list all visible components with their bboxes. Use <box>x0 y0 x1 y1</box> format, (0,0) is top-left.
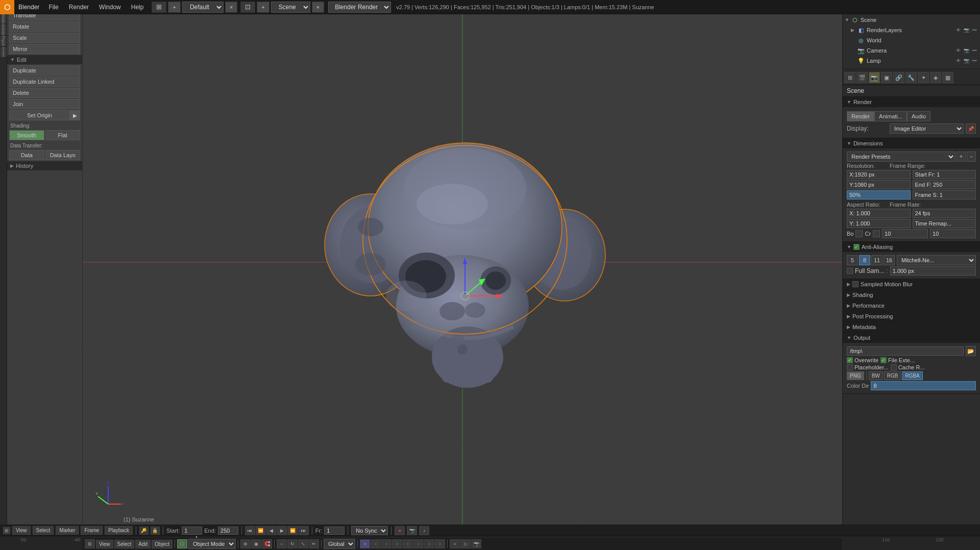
tl-play[interactable]: ▶ <box>277 526 287 535</box>
vb-translate-icon[interactable]: ↔ <box>277 539 287 548</box>
metadata-section-header[interactable]: ▶ Metadata <box>843 322 980 332</box>
aspect-y-value[interactable]: Y: 1.000 <box>847 219 911 228</box>
menu-help[interactable]: Help <box>126 0 149 14</box>
camera-eye[interactable]: 👁 <box>954 47 962 54</box>
timeline-layout-icon[interactable]: ⊞ <box>3 527 10 534</box>
cache-r-cb[interactable] <box>891 364 897 370</box>
cr-cb[interactable] <box>873 230 880 237</box>
vb-add[interactable]: Add <box>135 540 151 548</box>
vb-object[interactable]: Object <box>152 540 173 548</box>
timeline-frame[interactable]: Frame <box>81 526 103 535</box>
renderlayer-dots[interactable]: ••• <box>971 27 978 34</box>
anti-aliasing-header[interactable]: ▼ ✓ Anti-Aliasing <box>843 242 980 252</box>
time-remap-value[interactable]: Time Remap... <box>913 219 976 228</box>
dimensions-section-header[interactable]: ▼ Dimensions <box>843 138 980 148</box>
set-origin-button[interactable]: Set Origin <box>9 110 70 120</box>
workspace-selector[interactable]: Default <box>182 2 224 13</box>
prop-icon-texture[interactable]: ▦ <box>942 72 953 83</box>
tl-prev-frame[interactable]: ⏪ <box>256 526 266 535</box>
vb-play-icons[interactable]: ▷ <box>460 539 471 548</box>
sampled-motion-blur-header[interactable]: ▶ Sampled Motion Blur <box>843 279 980 289</box>
rotate-button[interactable]: Rotate <box>9 21 80 32</box>
prop-icon-particles[interactable]: ✦ <box>918 72 929 83</box>
placeholder-cb[interactable] <box>847 364 853 370</box>
scene-add-btn[interactable]: + <box>257 2 269 13</box>
tree-item-renderlayers[interactable]: ▶ ◧ RenderLayers 👁 📷 ••• <box>845 25 978 35</box>
frame-rate-value[interactable]: 24 fps <box>913 209 976 218</box>
smooth-button[interactable]: Smooth <box>9 130 44 140</box>
tl-jump-end[interactable]: ⏭ <box>299 526 309 535</box>
camera-dots[interactable]: ••• <box>971 47 978 54</box>
display-selector[interactable]: Image Editor <box>890 123 964 134</box>
frame-s-value[interactable]: Frame S: 1 <box>913 190 976 199</box>
vb-layer5[interactable]: ▫ <box>403 539 413 548</box>
duplicate-button[interactable]: Duplicate <box>9 65 80 76</box>
aspect-x-value[interactable]: X: 1.000 <box>847 209 911 218</box>
tl-auto-key[interactable]: 🔑 <box>139 527 149 535</box>
overwrite-cb[interactable]: ✓ <box>847 357 853 363</box>
res-x-value[interactable]: X:1920 px <box>847 170 911 179</box>
toolbar-grease-pencil[interactable]: Grease <box>1 47 7 57</box>
lamp-dots[interactable]: ••• <box>971 57 978 64</box>
render-tab-render[interactable]: Render <box>847 111 874 121</box>
presets-remove[interactable]: − <box>967 152 976 162</box>
output-path[interactable]: /tmp\ <box>847 346 964 356</box>
vb-select[interactable]: Select <box>114 540 135 548</box>
color-de-value[interactable]: 8 <box>871 381 976 390</box>
toolbar-physics[interactable]: Physic <box>1 36 7 46</box>
mirror-button[interactable]: Mirror <box>9 44 80 54</box>
render-presets-selector[interactable]: Render Presets <box>847 152 955 162</box>
toolbar-relations[interactable]: Relatio <box>1 13 7 23</box>
bo-cb[interactable] <box>855 230 863 237</box>
mode-selector[interactable]: Object Mode <box>188 539 236 549</box>
tl-audio-btn[interactable]: ♪ <box>419 526 429 535</box>
vb-layer2[interactable]: ▫ <box>371 539 381 548</box>
display-pin[interactable]: 📌 <box>966 123 976 134</box>
tl-frame-value[interactable]: 1 <box>324 527 345 535</box>
scene-layout-icon[interactable]: ⊡ <box>240 2 255 13</box>
vb-draw-icon[interactable]: ✏ <box>309 539 319 548</box>
timeline-view[interactable]: View <box>12 526 31 535</box>
tree-item-scene[interactable]: ▼ ⬡ Scene <box>845 15 978 25</box>
tl-play-reverse[interactable]: ◀ <box>266 526 277 535</box>
lamp-cam[interactable]: 📷 <box>963 57 970 64</box>
tree-item-lamp[interactable]: 💡 Lamp 👁 📷 ••• <box>845 56 978 66</box>
aa-num-8[interactable]: 8 <box>859 255 870 265</box>
renderlayer-camera[interactable]: 📷 <box>963 27 970 34</box>
viewport-canvas[interactable] <box>83 11 842 524</box>
performance-section-header[interactable]: ▶ Performance <box>843 301 980 311</box>
format-png[interactable]: PNG <box>847 371 864 380</box>
global-selector[interactable]: Global <box>324 539 355 549</box>
vb-global-pivot[interactable]: ⊕ <box>240 539 251 548</box>
history-section-header[interactable]: ▶ History <box>7 161 82 170</box>
scene-close-btn[interactable]: × <box>312 2 324 13</box>
viewport[interactable]: User Persp <box>83 0 842 524</box>
edit-section-header[interactable]: ▼ Edit <box>7 55 82 64</box>
vb-layer1[interactable]: ▪ <box>360 539 370 548</box>
tl-start-value[interactable]: 1 <box>182 527 202 535</box>
vb-layer7[interactable]: ▫ <box>424 539 434 548</box>
scene-selector[interactable]: Scene <box>271 2 310 13</box>
prop-icon-layout[interactable]: ⊞ <box>844 72 855 83</box>
aa-num-11[interactable]: 11 <box>871 255 883 265</box>
output-path-browse[interactable]: 📂 <box>966 346 976 356</box>
menu-file[interactable]: File <box>43 0 63 14</box>
vb-rotate-icon[interactable]: ↻ <box>287 539 298 548</box>
file-ext-cb[interactable]: ✓ <box>880 357 887 363</box>
menu-window[interactable]: Window <box>94 0 126 14</box>
camera-cam[interactable]: 📷 <box>963 47 970 54</box>
aa-filter-selector[interactable]: Mitchell-Ne... <box>897 255 976 265</box>
format-rgba[interactable]: RGBA <box>902 371 922 380</box>
data-button[interactable]: Data <box>9 150 44 160</box>
render-section-header[interactable]: ▼ Render <box>843 97 980 107</box>
vb-scale-icon[interactable]: ⤡ <box>298 539 308 548</box>
vb-layer8[interactable]: ▫ <box>435 539 445 548</box>
shading-section-header[interactable]: ▶ Shading <box>843 290 980 300</box>
aa-num-16[interactable]: 16 <box>884 255 895 265</box>
lamp-eye[interactable]: 👁 <box>954 57 962 64</box>
set-origin-dropdown[interactable]: ▶ <box>70 110 80 120</box>
format-rgb[interactable]: RGB <box>884 371 901 380</box>
vb-record[interactable]: ● <box>450 539 460 548</box>
tl-record-btn[interactable]: ● <box>395 526 405 535</box>
timeline-playback[interactable]: Playback <box>105 526 133 535</box>
